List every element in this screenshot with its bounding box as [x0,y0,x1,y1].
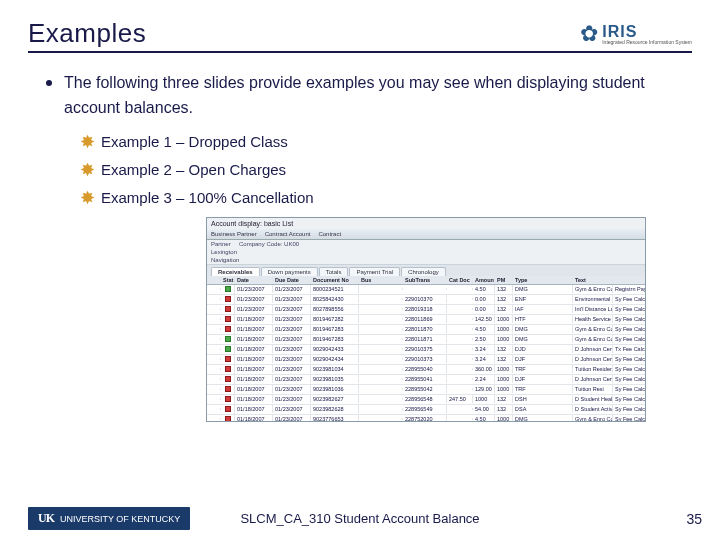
scr-table: StatDateDue DateDocument NoBusSubTransCa… [207,276,645,421]
table-row[interactable]: 01/18/200701/23/200790239826272289565482… [207,395,645,405]
header: Examples ✿ IRIS Integrated Resource Info… [28,18,692,53]
scr-location: Lexington [207,248,645,256]
example-label: Example 1 – Dropped Class [101,133,288,150]
uk-monogram: UK [38,511,54,526]
intro-text: The following three slides provide examp… [64,71,688,121]
scr-toolbar-item: Contract [318,231,341,237]
table-row[interactable]: 01/18/200701/23/200790239810342289550403… [207,365,645,375]
table-row[interactable]: 01/18/200701/23/200790290424332290103753… [207,345,645,355]
table-row[interactable]: 01/23/200701/23/200780278985562280193180… [207,305,645,315]
scr-partner-row: Partner Company Code: UK00 [207,240,645,248]
table-row[interactable]: 01/18/200701/23/200790239810352289550412… [207,375,645,385]
star-icon: ✸ [80,133,95,151]
iris-logo: ✿ IRIS Integrated Resource Information S… [580,21,692,49]
uk-fullname: UNIVERSITY OF KENTUCKY [60,514,180,524]
scr-tab[interactable]: Chronology [401,267,446,276]
table-row[interactable]: 01/18/200701/23/200780194672832280118704… [207,325,645,335]
footer-center: SLCM_CA_310 Student Account Balance [240,511,479,526]
scr-toolbar: Business Partner Contract Account Contra… [207,229,645,240]
example-item: ✸ Example 2 – Open Charges [80,161,688,179]
footer: UK UNIVERSITY OF KENTUCKY SLCM_CA_310 St… [0,507,720,530]
uk-badge: UK UNIVERSITY OF KENTUCKY [28,507,190,530]
iris-brand: IRIS [602,24,692,40]
bullet-icon [46,80,52,86]
scr-tab[interactable]: Totals [319,267,349,276]
example-label: Example 3 – 100% Cancellation [101,189,314,206]
table-row[interactable]: 01/18/200701/23/200790290424342290103733… [207,355,645,365]
star-icon: ✸ [80,189,95,207]
example-item: ✸ Example 1 – Dropped Class [80,133,688,151]
scr-tabs: Receivables Down payments Totals Payment… [207,264,645,276]
scr-toolbar-item: Business Partner [211,231,257,237]
star-icon: ✸ [80,161,95,179]
table-row[interactable]: 01/18/200701/23/200780194672822280118691… [207,315,645,325]
table-row[interactable]: 01/23/200701/23/200780002345214.50132DMG… [207,285,645,295]
scr-table-body: 01/23/200701/23/200780002345214.50132DMG… [207,285,645,421]
bullet-item: The following three slides provide examp… [46,71,688,121]
embedded-screenshot: Account display: basic List Business Par… [206,217,646,422]
scr-tab[interactable]: Payment Trial [349,267,400,276]
table-row[interactable]: 01/18/200701/23/200790237766532287520204… [207,415,645,421]
scr-table-header: StatDateDue DateDocument NoBusSubTransCa… [207,276,645,285]
example-item: ✸ Example 3 – 100% Cancellation [80,189,688,207]
scr-toolbar-item: Contract Account [265,231,311,237]
table-row[interactable]: 01/18/200701/23/200790239810362289550421… [207,385,645,395]
example-label: Example 2 – Open Charges [101,161,286,178]
scr-tab[interactable]: Down payments [261,267,318,276]
page-number: 35 [686,511,702,527]
iris-flower-icon: ✿ [580,21,598,47]
table-row[interactable]: 01/18/200701/23/200780194672832280118712… [207,335,645,345]
scr-tab[interactable]: Receivables [211,267,260,276]
iris-tagline: Integrated Resource Information System [602,40,692,45]
example-list: ✸ Example 1 – Dropped Class ✸ Example 2 … [46,133,688,207]
page-title: Examples [28,18,146,49]
body: The following three slides provide examp… [28,71,692,422]
table-row[interactable]: 01/18/200701/23/200790239826282289565495… [207,405,645,415]
table-row[interactable]: 01/23/200701/23/200780258424302290103700… [207,295,645,305]
scr-window-title: Account display: basic List [207,218,645,229]
slide: Examples ✿ IRIS Integrated Resource Info… [0,0,720,540]
scr-nav-label: Navigation [207,256,645,264]
